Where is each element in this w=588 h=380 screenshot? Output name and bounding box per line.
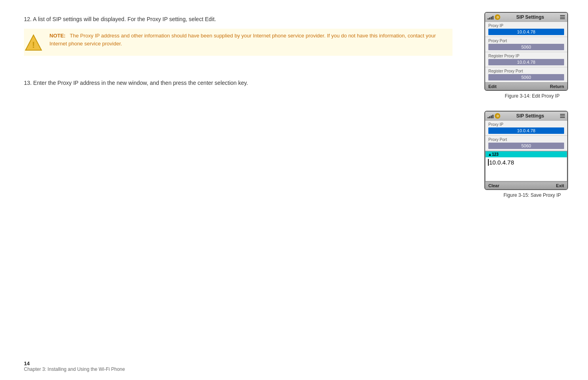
reg-proxy-ip-label-14: Register Proxy IP: [488, 54, 564, 58]
phone-mockup-15: ⚙ SIP Settings Proxy IP 10.0.4.78: [484, 111, 568, 190]
right-icons-15: [560, 114, 565, 118]
phone-header-icons-15: ⚙: [488, 113, 500, 119]
phone-header-icons-14: ⚙: [488, 14, 500, 20]
proxy-ip-value-14: 10.0.4.78: [488, 29, 564, 35]
phone-footer-14: Edit Return: [485, 82, 567, 90]
phone-row-proxy-port-15: Proxy Port 5060: [485, 136, 567, 151]
signal-bar-3: [491, 17, 492, 20]
figure-15-container: ⚙ SIP Settings Proxy IP 10.0.4.78: [484, 111, 580, 198]
page-number: 14: [24, 360, 125, 366]
clear-button-15[interactable]: Clear: [488, 183, 500, 188]
page-footer: 14 Chapter 3: Installing and Using the W…: [24, 360, 125, 372]
proxy-port-label-15: Proxy Port: [488, 137, 564, 142]
figure-15-caption: Figure 3-15: Save Proxy IP: [484, 192, 580, 198]
signal-bar-2: [489, 18, 490, 20]
warning-icon: !: [24, 33, 43, 53]
reg-proxy-port-label-14: Register Proxy Port: [488, 69, 564, 73]
phone-footer-15: Clear Exit: [485, 182, 567, 189]
page-content: 12. A list of SIP settings will be displ…: [0, 0, 588, 380]
phone-row-proxy-ip-14: Proxy IP 10.0.4.78: [485, 22, 567, 37]
signal-bar-15-1: [488, 117, 489, 118]
signal-bar-15-3: [491, 116, 492, 118]
proxy-ip-label-15: Proxy IP: [488, 122, 564, 127]
main-text-area: 12. A list of SIP settings will be displ…: [0, 0, 476, 380]
step-13-text: 13. Enter the Proxy IP address in the ne…: [24, 80, 452, 86]
edit-button-14[interactable]: Edit: [488, 84, 497, 89]
note-body: The Proxy IP address and other informati…: [49, 33, 436, 47]
note-box: ! NOTE: The Proxy IP address and other i…: [24, 29, 452, 56]
figure-14-caption: Figure 3-14: Edit Proxy IP: [484, 93, 580, 99]
phone-input-area-15: ▲123 10.0.4.78: [485, 151, 567, 182]
signal-bar-15-2: [489, 116, 490, 118]
step-13-section: 13. Enter the Proxy IP address in the ne…: [24, 80, 452, 86]
menu-line-3: [560, 18, 565, 19]
proxy-ip-value-15: 10.0.4.78: [488, 127, 564, 134]
proxy-port-value-14: 5060: [488, 44, 564, 50]
phone-mockup-14: ⚙ SIP Settings Proxy IP 10.0.4.78: [484, 12, 568, 91]
return-button-14[interactable]: Return: [550, 84, 564, 89]
step-12-section: 12. A list of SIP settings will be displ…: [24, 16, 452, 56]
svg-text:!: !: [32, 40, 35, 50]
figures-panel: ⚙ SIP Settings Proxy IP 10.0.4.78: [476, 0, 588, 380]
input-value-15[interactable]: 10.0.4.78: [486, 157, 567, 181]
menu-line-1: [560, 15, 565, 16]
phone-row-proxy-ip-15: Proxy IP 10.0.4.78: [485, 121, 567, 136]
reg-proxy-port-value-14: 5060: [488, 74, 564, 80]
reg-proxy-ip-value-14: 10.0.4.78: [488, 59, 564, 65]
phone-body-15: Proxy IP 10.0.4.78 Proxy Port 5060 ▲123 …: [485, 121, 567, 182]
cursor-bar: [488, 159, 489, 166]
gear-icon-15: ⚙: [495, 113, 500, 119]
proxy-ip-label-14: Proxy IP: [488, 24, 564, 28]
signal-bars-15: [488, 114, 494, 118]
note-text: NOTE: The Proxy IP address and other inf…: [49, 32, 452, 47]
signal-bar-1: [488, 18, 489, 20]
phone-row-reg-proxy-port-14: Register Proxy Port 5060: [485, 67, 567, 82]
proxy-port-value-15: 5060: [488, 143, 564, 149]
menu-line-15-1: [560, 114, 565, 115]
gear-icon-14: ⚙: [495, 14, 500, 20]
phone-header-14: ⚙ SIP Settings: [485, 13, 567, 22]
phone-title-15: SIP Settings: [503, 113, 558, 119]
phone-body-14: Proxy IP 10.0.4.78 Proxy Port 5060 Regis…: [485, 22, 567, 82]
phone-row-proxy-port-14: Proxy Port 5060: [485, 37, 567, 52]
proxy-port-label-14: Proxy Port: [488, 39, 564, 43]
menu-line-15-2: [560, 116, 565, 116]
menu-line-2: [560, 17, 565, 18]
menu-line-15-3: [560, 117, 565, 118]
note-label: NOTE:: [49, 33, 65, 39]
phone-row-reg-proxy-ip-14: Register Proxy IP 10.0.4.78: [485, 52, 567, 67]
page-chapter: Chapter 3: Installing and Using the Wi-F…: [24, 366, 125, 372]
input-mode-label-15: ▲123: [486, 151, 567, 157]
figure-14-container: ⚙ SIP Settings Proxy IP 10.0.4.78: [484, 12, 580, 99]
step-12-text: 12. A list of SIP settings will be displ…: [24, 16, 452, 22]
signal-bar-4: [492, 16, 494, 20]
exit-button-15[interactable]: Exit: [556, 183, 564, 188]
phone-title-14: SIP Settings: [503, 14, 558, 20]
signal-bar-15-4: [492, 115, 494, 118]
phone-header-15: ⚙ SIP Settings: [485, 112, 567, 121]
right-icons-14: [560, 15, 565, 19]
signal-bars-14: [488, 15, 494, 20]
